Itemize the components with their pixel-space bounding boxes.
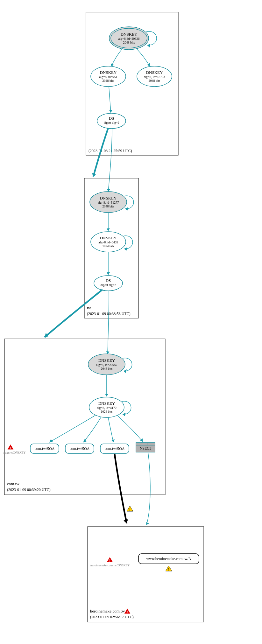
warning-comtw-dnskey[interactable]: !	[7, 444, 14, 450]
svg-text:1024 bits: 1024 bits	[103, 244, 114, 248]
svg-text:com.tw/SOA: com.tw/SOA	[105, 446, 125, 451]
svg-text:!: !	[129, 508, 130, 511]
zone-heroine-timestamp: (2023-01-09 02:56:17 UTC)	[90, 615, 134, 619]
svg-text:DNSKEY: DNSKEY	[98, 401, 115, 406]
svg-text:!: !	[10, 446, 11, 450]
svg-marker-21	[109, 110, 112, 113]
zone-heroine: heroinemake.com.tw (2023-01-09 02:56:17 …	[88, 527, 204, 622]
node-root-zsk1[interactable]: DNSKEY alg=8, id=951 2048 bits	[91, 66, 126, 87]
warning-delegation-yellow[interactable]: !	[127, 506, 133, 511]
svg-text:DNSKEY: DNSKEY	[100, 235, 117, 240]
edge-tw-ds-comtw-ksk	[108, 291, 109, 354]
svg-text:!: !	[127, 610, 128, 614]
warning-heroine-zone-red[interactable]: !	[124, 608, 131, 614]
svg-marker-34	[124, 247, 127, 251]
svg-marker-73	[146, 522, 149, 525]
edge-comtw-zsk-soa1	[49, 415, 96, 442]
svg-marker-47	[124, 369, 127, 373]
svg-text:alg=8, id=23959: alg=8, id=23959	[96, 363, 117, 367]
zone-heroine-label: heroinemake.com.tw	[90, 609, 125, 613]
svg-text:!: !	[109, 559, 110, 562]
node-comtw-ksk[interactable]: DNSKEY alg=8, id=23959 2048 bits	[88, 354, 125, 375]
svg-text:www.heroinemake.com.tw/A: www.heroinemake.com.tw/A	[146, 556, 191, 561]
zone-comtw: com.tw (2023-01-09 00:39:20 UTC)	[4, 339, 165, 495]
edge-root-ksk-zsk1	[111, 48, 123, 66]
svg-text:2048 bits: 2048 bits	[149, 79, 160, 82]
svg-text:alg=8, id=4170: alg=8, id=4170	[97, 406, 116, 410]
svg-text:DNSKEY: DNSKEY	[98, 358, 115, 363]
svg-text:DNSKEY: DNSKEY	[146, 70, 163, 75]
svg-marker-53	[105, 394, 108, 396]
svg-text:com.tw/SOA: com.tw/SOA	[35, 446, 55, 451]
node-root-ksk[interactable]: DNSKEY alg=8, id=20326 2048 bits	[109, 27, 149, 50]
svg-text:DS: DS	[109, 116, 114, 121]
svg-marker-39	[107, 272, 110, 275]
svg-text:DS: DS	[106, 278, 111, 283]
svg-marker-17	[147, 63, 150, 66]
faded-comtw-dnskey: com.tw/DNSKEY	[4, 451, 26, 454]
svg-rect-74	[88, 527, 204, 622]
svg-text:2048 bits: 2048 bits	[101, 367, 113, 370]
edge-delegation-comtw-heroine	[115, 454, 127, 523]
edge-root-zsk1-ds	[109, 87, 111, 113]
node-soa2[interactable]: com.tw/SOA	[65, 444, 94, 453]
edge-comtw-zsk-soa3	[108, 417, 113, 442]
edge-root-ksk-zsk2	[136, 48, 150, 66]
edge-nsec3-heroine	[146, 452, 150, 525]
svg-marker-35	[107, 228, 110, 231]
svg-text:alg=8, id=951: alg=8, id=951	[99, 75, 117, 79]
svg-text:!: !	[168, 568, 169, 571]
node-root-zsk2[interactable]: DNSKEY alg=8, id=18733 2048 bits	[137, 66, 172, 87]
svg-text:1024 bits: 1024 bits	[101, 410, 113, 413]
svg-text:DNSKEY: DNSKEY	[100, 70, 117, 75]
zone-root-timestamp: (2023-01-08 21:25:59 UTC)	[89, 149, 132, 153]
svg-marker-7	[147, 44, 150, 47]
svg-text:2048 bits: 2048 bits	[103, 205, 114, 208]
node-nsec3[interactable]: NSEC3	[136, 443, 155, 452]
zone-root-label: .	[89, 143, 89, 147]
warning-heroine-a-yellow[interactable]: !	[166, 566, 172, 571]
svg-text:alg=8, id=20326: alg=8, id=20326	[118, 37, 139, 40]
svg-text:NSEC3: NSEC3	[140, 446, 152, 451]
node-comtw-zsk[interactable]: DNSKEY alg=8, id=4170 1024 bits	[89, 397, 124, 417]
svg-rect-42	[4, 339, 165, 495]
svg-text:digest alg=2: digest alg=2	[100, 283, 116, 287]
node-soa3[interactable]: com.tw/SOA	[100, 444, 129, 453]
svg-text:alg=8, id=18733: alg=8, id=18733	[144, 75, 165, 79]
node-heroine-a[interactable]: www.heroinemake.com.tw/A	[138, 554, 199, 564]
edge-root-ds-tw-ksk	[108, 129, 112, 192]
svg-text:com.tw/SOA: com.tw/SOA	[70, 446, 90, 451]
svg-text:DNSKEY: DNSKEY	[100, 196, 117, 200]
warning-heroine-dnskey[interactable]: !	[107, 557, 113, 562]
zone-comtw-timestamp: (2023-01-09 00:39:20 UTC)	[7, 487, 51, 492]
zone-tw-label: tw	[87, 305, 91, 310]
svg-text:alg=8, id=6405: alg=8, id=6405	[98, 241, 118, 244]
node-soa1[interactable]: com.tw/SOA	[30, 444, 59, 453]
svg-marker-65	[83, 439, 87, 442]
svg-marker-23	[107, 189, 110, 192]
svg-marker-66	[111, 439, 115, 442]
svg-text:2048 bits: 2048 bits	[103, 79, 114, 82]
edge-comtw-zsk-nsec3	[117, 415, 143, 442]
svg-marker-41	[106, 351, 110, 354]
svg-marker-52	[123, 413, 126, 416]
svg-text:digest alg=2: digest alg=2	[103, 121, 119, 124]
svg-text:alg=8, id=51277: alg=8, id=51277	[98, 201, 119, 204]
node-tw-ksk[interactable]: DNSKEY alg=8, id=51277 2048 bits	[90, 192, 127, 213]
node-tw-ds[interactable]: DS digest alg=2	[94, 276, 123, 291]
svg-text:DNSKEY: DNSKEY	[121, 32, 138, 37]
faded-heroine-dnskey: heroinemake.com.tw/DNSKEY	[90, 564, 130, 567]
node-tw-zsk[interactable]: DNSKEY alg=8, id=6405 1024 bits	[91, 232, 126, 252]
zone-comtw-label: com.tw	[7, 481, 19, 486]
svg-text:2048 bits: 2048 bits	[123, 41, 135, 44]
node-root-ds[interactable]: DS digest alg=2	[97, 113, 126, 129]
svg-marker-29	[125, 207, 128, 211]
